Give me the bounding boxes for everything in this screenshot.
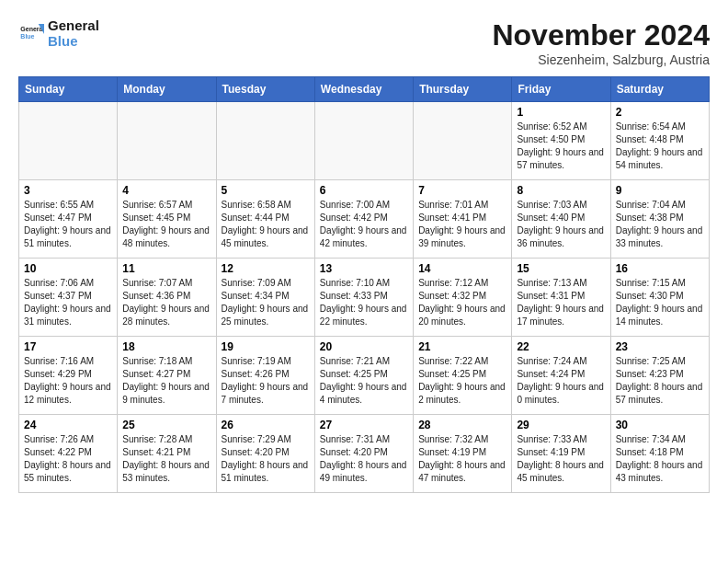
day-info: Sunrise: 6:55 AM Sunset: 4:47 PM Dayligh… (24, 199, 112, 250)
day-number: 30 (616, 419, 704, 431)
day-cell: 29Sunrise: 7:33 AM Sunset: 4:19 PM Dayli… (512, 415, 610, 493)
day-number: 6 (320, 184, 408, 197)
svg-text:Blue: Blue (20, 33, 34, 40)
day-cell: 26Sunrise: 7:29 AM Sunset: 4:20 PM Dayli… (216, 415, 314, 493)
day-number: 1 (517, 106, 605, 119)
day-number: 9 (616, 184, 704, 197)
day-info: Sunrise: 7:22 AM Sunset: 4:25 PM Dayligh… (418, 355, 506, 407)
day-info: Sunrise: 7:26 AM Sunset: 4:22 PM Dayligh… (24, 433, 112, 485)
day-info: Sunrise: 7:29 AM Sunset: 4:20 PM Dayligh… (222, 433, 310, 485)
logo-line2: Blue (48, 34, 99, 50)
day-cell: 6Sunrise: 7:00 AM Sunset: 4:42 PM Daylig… (314, 180, 413, 259)
day-cell: 3Sunrise: 6:55 AM Sunset: 4:47 PM Daylig… (19, 180, 118, 259)
col-header-thursday: Thursday (414, 77, 512, 102)
day-cell: 16Sunrise: 7:15 AM Sunset: 4:30 PM Dayli… (610, 259, 709, 337)
day-number: 11 (122, 262, 210, 275)
header-row: SundayMondayTuesdayWednesdayThursdayFrid… (19, 77, 710, 102)
day-info: Sunrise: 6:58 AM Sunset: 4:44 PM Dayligh… (222, 199, 310, 250)
day-cell: 27Sunrise: 7:31 AM Sunset: 4:20 PM Dayli… (314, 415, 413, 493)
day-info: Sunrise: 7:19 AM Sunset: 4:26 PM Dayligh… (222, 355, 310, 407)
day-cell: 20Sunrise: 7:21 AM Sunset: 4:25 PM Dayli… (314, 337, 413, 415)
week-row-2: 3Sunrise: 6:55 AM Sunset: 4:47 PM Daylig… (19, 180, 710, 259)
day-number: 2 (616, 106, 704, 119)
month-title: November 2024 (492, 18, 710, 52)
day-cell: 12Sunrise: 7:09 AM Sunset: 4:34 PM Dayli… (216, 259, 314, 337)
day-cell: 21Sunrise: 7:22 AM Sunset: 4:25 PM Dayli… (414, 337, 512, 415)
day-number: 22 (517, 340, 605, 353)
day-number: 12 (222, 262, 310, 275)
day-info: Sunrise: 7:12 AM Sunset: 4:32 PM Dayligh… (418, 277, 506, 328)
day-info: Sunrise: 7:15 AM Sunset: 4:30 PM Dayligh… (616, 277, 704, 328)
col-header-friday: Friday (512, 77, 610, 102)
day-info: Sunrise: 7:18 AM Sunset: 4:27 PM Dayligh… (122, 355, 210, 407)
day-cell: 11Sunrise: 7:07 AM Sunset: 4:36 PM Dayli… (118, 259, 216, 337)
day-number: 27 (320, 419, 408, 431)
day-info: Sunrise: 6:57 AM Sunset: 4:45 PM Dayligh… (122, 199, 210, 250)
day-number: 23 (616, 340, 704, 353)
day-cell: 30Sunrise: 7:34 AM Sunset: 4:18 PM Dayli… (610, 415, 709, 493)
day-cell: 8Sunrise: 7:03 AM Sunset: 4:40 PM Daylig… (512, 180, 610, 259)
logo-line1: General (48, 18, 99, 34)
day-info: Sunrise: 7:03 AM Sunset: 4:40 PM Dayligh… (517, 199, 605, 250)
col-header-saturday: Saturday (610, 77, 709, 102)
day-info: Sunrise: 7:31 AM Sunset: 4:20 PM Dayligh… (320, 433, 408, 485)
day-number: 26 (222, 419, 310, 431)
day-cell (19, 102, 118, 180)
day-info: Sunrise: 7:28 AM Sunset: 4:21 PM Dayligh… (122, 433, 210, 485)
week-row-3: 10Sunrise: 7:06 AM Sunset: 4:37 PM Dayli… (19, 259, 710, 337)
day-number: 10 (24, 262, 112, 275)
day-cell: 4Sunrise: 6:57 AM Sunset: 4:45 PM Daylig… (118, 180, 216, 259)
day-number: 25 (122, 419, 210, 431)
page-header: General Blue General Blue November 2024 … (18, 18, 710, 67)
day-info: Sunrise: 7:25 AM Sunset: 4:23 PM Dayligh… (616, 355, 704, 407)
day-number: 15 (517, 262, 605, 275)
day-info: Sunrise: 7:21 AM Sunset: 4:25 PM Dayligh… (320, 355, 408, 407)
day-number: 19 (222, 340, 310, 353)
day-cell (118, 102, 216, 180)
day-info: Sunrise: 7:34 AM Sunset: 4:18 PM Dayligh… (616, 433, 704, 485)
col-header-tuesday: Tuesday (216, 77, 314, 102)
day-number: 21 (418, 340, 506, 353)
day-cell (216, 102, 314, 180)
day-number: 28 (418, 419, 506, 431)
day-number: 29 (517, 419, 605, 431)
day-cell: 23Sunrise: 7:25 AM Sunset: 4:23 PM Dayli… (610, 337, 709, 415)
day-cell: 1Sunrise: 6:52 AM Sunset: 4:50 PM Daylig… (512, 102, 610, 180)
day-cell: 13Sunrise: 7:10 AM Sunset: 4:33 PM Dayli… (314, 259, 413, 337)
day-cell (414, 102, 512, 180)
day-number: 14 (418, 262, 506, 275)
day-cell: 18Sunrise: 7:18 AM Sunset: 4:27 PM Dayli… (118, 337, 216, 415)
col-header-sunday: Sunday (19, 77, 118, 102)
logo-icon: General Blue (18, 21, 44, 47)
day-number: 13 (320, 262, 408, 275)
day-info: Sunrise: 7:33 AM Sunset: 4:19 PM Dayligh… (517, 433, 605, 485)
day-cell: 7Sunrise: 7:01 AM Sunset: 4:41 PM Daylig… (414, 180, 512, 259)
day-info: Sunrise: 7:13 AM Sunset: 4:31 PM Dayligh… (517, 277, 605, 328)
day-info: Sunrise: 7:01 AM Sunset: 4:41 PM Dayligh… (418, 199, 506, 250)
day-number: 20 (320, 340, 408, 353)
col-header-wednesday: Wednesday (314, 77, 413, 102)
day-info: Sunrise: 7:00 AM Sunset: 4:42 PM Dayligh… (320, 199, 408, 250)
calendar-table: SundayMondayTuesdayWednesdayThursdayFrid… (18, 76, 710, 493)
location: Siezenh­eim, Salzburg, Austria (492, 52, 710, 67)
col-header-monday: Monday (118, 77, 216, 102)
day-cell (314, 102, 413, 180)
day-cell: 22Sunrise: 7:24 AM Sunset: 4:24 PM Dayli… (512, 337, 610, 415)
day-cell: 15Sunrise: 7:13 AM Sunset: 4:31 PM Dayli… (512, 259, 610, 337)
day-cell: 5Sunrise: 6:58 AM Sunset: 4:44 PM Daylig… (216, 180, 314, 259)
day-number: 17 (24, 340, 112, 353)
day-info: Sunrise: 7:32 AM Sunset: 4:19 PM Dayligh… (418, 433, 506, 485)
day-info: Sunrise: 6:52 AM Sunset: 4:50 PM Dayligh… (517, 121, 605, 172)
day-info: Sunrise: 7:24 AM Sunset: 4:24 PM Dayligh… (517, 355, 605, 407)
day-cell: 17Sunrise: 7:16 AM Sunset: 4:29 PM Dayli… (19, 337, 118, 415)
day-info: Sunrise: 6:54 AM Sunset: 4:48 PM Dayligh… (616, 121, 704, 172)
day-cell: 14Sunrise: 7:12 AM Sunset: 4:32 PM Dayli… (414, 259, 512, 337)
day-cell: 10Sunrise: 7:06 AM Sunset: 4:37 PM Dayli… (19, 259, 118, 337)
week-row-4: 17Sunrise: 7:16 AM Sunset: 4:29 PM Dayli… (19, 337, 710, 415)
day-info: Sunrise: 7:04 AM Sunset: 4:38 PM Dayligh… (616, 199, 704, 250)
week-row-5: 24Sunrise: 7:26 AM Sunset: 4:22 PM Dayli… (19, 415, 710, 493)
day-number: 16 (616, 262, 704, 275)
day-cell: 2Sunrise: 6:54 AM Sunset: 4:48 PM Daylig… (610, 102, 709, 180)
day-info: Sunrise: 7:09 AM Sunset: 4:34 PM Dayligh… (222, 277, 310, 328)
day-number: 3 (24, 184, 112, 197)
